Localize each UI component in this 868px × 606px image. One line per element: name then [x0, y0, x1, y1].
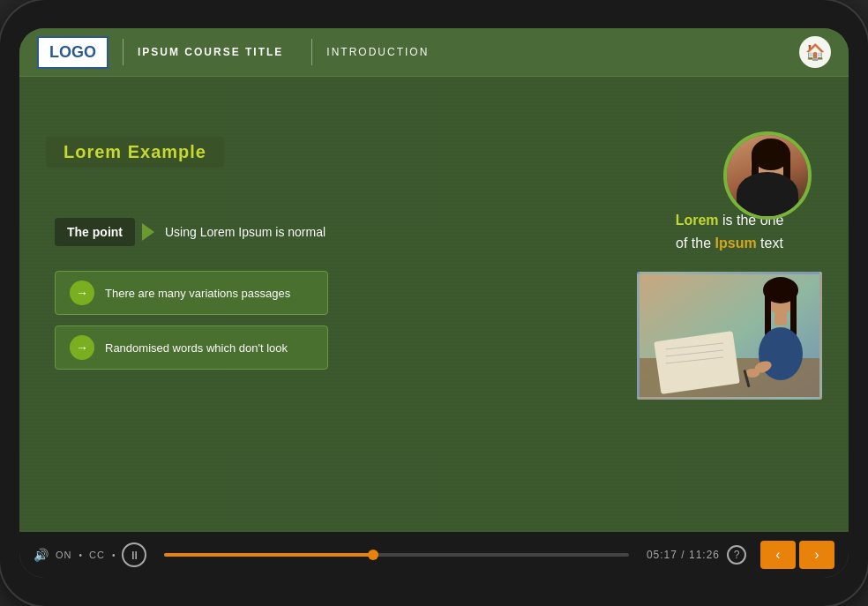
- lorem-highlight-green: Lorem: [676, 213, 719, 228]
- svg-rect-2: [752, 151, 759, 186]
- nav-buttons: ‹ ›: [760, 541, 834, 569]
- course-title: IPSUM COURSE TITLE: [138, 46, 283, 58]
- svg-rect-17: [774, 312, 787, 325]
- lorem-highlight-yellow: Ipsum: [715, 236, 757, 251]
- list-item[interactable]: → Randomised words which don't look: [55, 325, 328, 370]
- svg-point-16: [759, 327, 803, 380]
- bullet-arrow-icon-2: →: [70, 335, 94, 360]
- point-arrow-icon: [142, 223, 154, 241]
- point-row: The point Using Lorem Ipsum is normal: [55, 218, 602, 246]
- header-divider: [123, 39, 123, 65]
- right-panel: Lorem is the one of the Ipsum text: [628, 191, 849, 532]
- lorem-text-prefix2: of the: [676, 236, 715, 251]
- logo: LOGO: [37, 36, 108, 69]
- progress-fill: [164, 553, 373, 557]
- list-item[interactable]: → There are many variations passages: [55, 271, 328, 315]
- svg-rect-5: [765, 179, 777, 191]
- avatar-container: [723, 131, 812, 220]
- left-panel: The point Using Lorem Ipsum is normal → …: [19, 191, 628, 532]
- svg-rect-15: [790, 288, 797, 336]
- lorem-text-suffix2: text: [757, 236, 783, 251]
- tablet-frame: LOGO IPSUM COURSE TITLE INTRODUCTION 🏠: [0, 0, 868, 606]
- content-area: Lorem Example The point Using Lorem Ipsu…: [19, 77, 849, 532]
- svg-point-4: [746, 191, 796, 216]
- header-divider-2: [311, 39, 312, 65]
- svg-rect-3: [783, 151, 790, 186]
- main-content: The point Using Lorem Ipsum is normal → …: [19, 191, 849, 532]
- time-display: 05:17 / 11:26: [647, 549, 720, 561]
- prev-button[interactable]: ‹: [760, 541, 796, 569]
- progress-bar[interactable]: [164, 553, 629, 557]
- section-nav-label: INTRODUCTION: [326, 46, 429, 58]
- cc-label: CC: [89, 550, 105, 560]
- avatar: [723, 131, 812, 220]
- svg-rect-14: [765, 288, 771, 336]
- course-image: [637, 272, 822, 400]
- bullet-arrow-icon: →: [70, 281, 94, 305]
- home-button[interactable]: 🏠: [799, 36, 831, 68]
- dot-separator-2: •: [112, 550, 116, 560]
- time-current: 05:17: [647, 549, 677, 561]
- section-title-bar: Lorem Example: [46, 137, 224, 168]
- section-title: Lorem Example: [64, 142, 206, 161]
- dot-separator-1: •: [79, 550, 83, 560]
- point-label: The point: [55, 218, 135, 246]
- svg-rect-8: [654, 331, 739, 394]
- next-button[interactable]: ›: [799, 541, 834, 569]
- play-pause-button[interactable]: ⏸: [122, 542, 146, 567]
- time-total: 11:26: [689, 549, 720, 561]
- volume-symbol: 🔊: [34, 548, 49, 562]
- progress-thumb[interactable]: [368, 550, 378, 560]
- point-text: Using Lorem Ipsum is normal: [165, 225, 326, 239]
- toolbar: 🔊 ON • CC • ⏸ 05:17 / 11:26 ? ‹ ›: [19, 532, 849, 578]
- bullet-text-2: Randomised words which don't look: [105, 341, 288, 355]
- svg-point-19: [745, 369, 760, 378]
- volume-on-label: ON: [56, 550, 72, 560]
- bullet-text-1: There are many variations passages: [105, 287, 290, 300]
- help-button[interactable]: ?: [727, 545, 746, 565]
- tablet-screen: LOGO IPSUM COURSE TITLE INTRODUCTION 🏠: [19, 28, 849, 578]
- avatar-image: [727, 135, 808, 216]
- volume-icon[interactable]: 🔊: [34, 548, 49, 562]
- header: LOGO IPSUM COURSE TITLE INTRODUCTION 🏠: [19, 28, 849, 77]
